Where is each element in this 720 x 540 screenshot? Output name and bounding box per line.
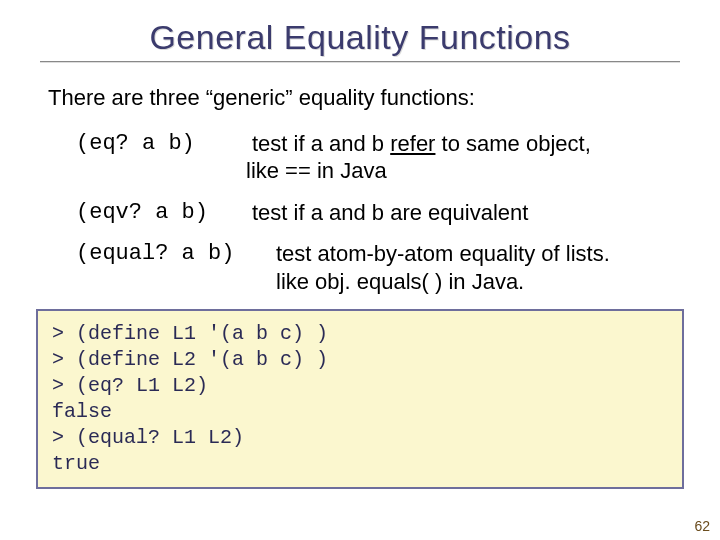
func-eq-desc: test if a and b refer to same object, bbox=[246, 130, 591, 158]
spacer bbox=[76, 268, 276, 296]
spacer bbox=[76, 157, 246, 185]
func-eq-desc-a: test if a and b bbox=[252, 131, 390, 156]
func-eqv: (eqv? a b) test if a and b are equivalen… bbox=[76, 199, 672, 227]
func-eq-desc-refer: refer bbox=[390, 131, 435, 156]
slide-title: General Equality Functions bbox=[0, 0, 720, 57]
func-eqv-code: (eqv? a b) bbox=[76, 199, 246, 227]
func-equal-code: (equal? a b) bbox=[76, 240, 276, 268]
func-eq-desc2: like == in Java bbox=[246, 157, 387, 185]
intro-text: There are three “generic” equality funct… bbox=[48, 84, 672, 112]
func-equal-desc1: test atom-by-atom equality of lists. bbox=[276, 240, 610, 268]
func-eq: (eq? a b) test if a and b refer to same … bbox=[76, 130, 672, 185]
repl-transcript: > (define L1 '(a b c) ) > (define L2 '(a… bbox=[36, 309, 684, 489]
func-equal: (equal? a b) test atom-by-atom equality … bbox=[76, 240, 672, 295]
func-eq-code: (eq? a b) bbox=[76, 130, 246, 158]
func-eq-desc-b: to same object, bbox=[435, 131, 590, 156]
func-equal-desc2: like obj. equals( ) in Java. bbox=[276, 268, 524, 296]
page-number: 62 bbox=[694, 518, 710, 534]
func-eqv-desc: test if a and b are equivalent bbox=[246, 199, 528, 227]
slide-body: There are three “generic” equality funct… bbox=[0, 62, 720, 295]
